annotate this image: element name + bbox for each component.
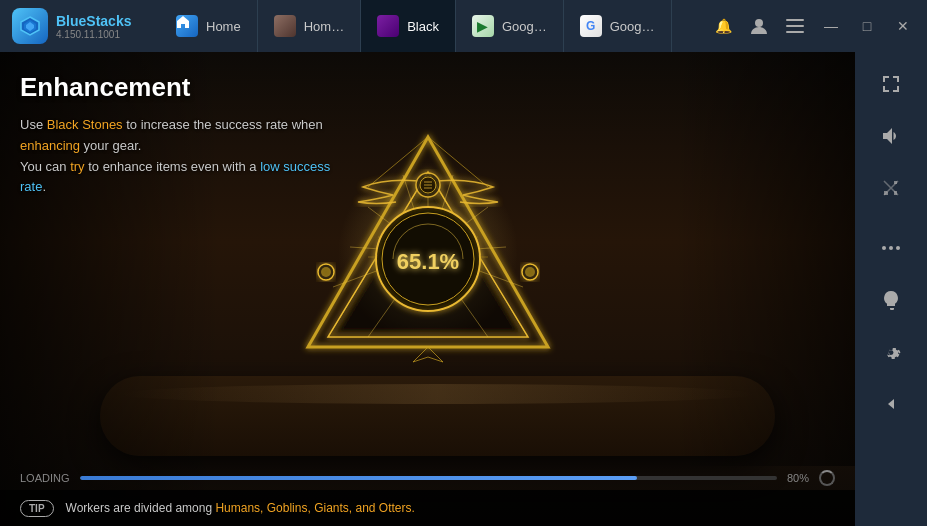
svg-point-39 bbox=[889, 246, 893, 250]
more-button[interactable] bbox=[867, 224, 915, 272]
loading-spinner bbox=[819, 470, 835, 486]
home-tab-icon bbox=[176, 15, 198, 37]
window-controls: 🔔 — □ ✕ bbox=[699, 10, 927, 42]
desc2-start: You can bbox=[20, 159, 70, 174]
right-vignette bbox=[675, 52, 855, 466]
app-logo-icon bbox=[12, 8, 48, 44]
minimize-button[interactable]: — bbox=[815, 10, 847, 42]
game-area: Enhancement Use Black Stones to increase… bbox=[0, 52, 855, 526]
enhancement-overlay: Enhancement Use Black Stones to increase… bbox=[20, 72, 340, 198]
svg-point-31 bbox=[321, 267, 331, 277]
settings-button[interactable] bbox=[867, 328, 915, 376]
svg-point-40 bbox=[896, 246, 900, 250]
enhancement-description: Use Black Stones to increase the success… bbox=[20, 115, 340, 198]
tab-play-label: Goog… bbox=[502, 19, 547, 34]
desc2-mid: to enhance items even with a bbox=[85, 159, 261, 174]
desc2-end: . bbox=[42, 179, 46, 194]
expand-button[interactable] bbox=[867, 164, 915, 212]
fullscreen-button[interactable] bbox=[867, 60, 915, 108]
tab-black-label: Black bbox=[407, 19, 439, 34]
account-button[interactable] bbox=[743, 10, 775, 42]
tab-goog[interactable]: G Goog… bbox=[564, 0, 672, 52]
tip-badge: TIP bbox=[20, 500, 54, 517]
tab-black[interactable]: Black bbox=[361, 0, 456, 52]
tab-game1-label: Hom… bbox=[304, 19, 344, 34]
desc-try: try bbox=[70, 159, 84, 174]
svg-rect-4 bbox=[786, 19, 804, 21]
tab-game1[interactable]: Hom… bbox=[258, 0, 361, 52]
loading-label: LOADING bbox=[20, 472, 70, 484]
goog-tab-icon: G bbox=[580, 15, 602, 37]
svg-rect-5 bbox=[786, 25, 804, 27]
desc-plain-1: Use bbox=[20, 117, 47, 132]
svg-point-3 bbox=[755, 19, 763, 27]
titlebar: BlueStacks 4.150.11.1001 Home Hom… Black… bbox=[0, 0, 927, 52]
hamburger-button[interactable] bbox=[779, 10, 811, 42]
back-button[interactable] bbox=[867, 380, 915, 428]
tabs-container: Home Hom… Black ▶ Goog… G Goog… bbox=[160, 0, 699, 52]
tip-text-highlight: Humans, Goblins, Giants, and Otters. bbox=[215, 501, 414, 515]
close-button[interactable]: ✕ bbox=[887, 10, 919, 42]
svg-point-33 bbox=[525, 267, 535, 277]
loading-track bbox=[80, 476, 777, 480]
app-name: BlueStacks bbox=[56, 13, 131, 29]
svg-rect-6 bbox=[786, 31, 804, 33]
svg-text:65.1%: 65.1% bbox=[396, 249, 458, 274]
desc-mid2: your gear. bbox=[80, 138, 141, 153]
app-logo: BlueStacks 4.150.11.1001 bbox=[0, 8, 160, 44]
svg-point-38 bbox=[882, 246, 886, 250]
tip-text-plain: Workers are divided among bbox=[66, 501, 216, 515]
desc-black-stones: Black Stones bbox=[47, 117, 123, 132]
volume-button[interactable] bbox=[867, 112, 915, 160]
tab-play[interactable]: ▶ Goog… bbox=[456, 0, 564, 52]
bulb-button[interactable] bbox=[867, 276, 915, 324]
desc-mid1: to increase the success rate when bbox=[123, 117, 323, 132]
black-tab-icon bbox=[377, 15, 399, 37]
bell-button[interactable]: 🔔 bbox=[707, 10, 739, 42]
loading-bar-section: LOADING 80% bbox=[20, 470, 835, 486]
right-sidebar bbox=[855, 52, 927, 526]
maximize-button[interactable]: □ bbox=[851, 10, 883, 42]
tab-goog-label: Goog… bbox=[610, 19, 655, 34]
tip-text: Workers are divided among Humans, Goblin… bbox=[66, 501, 415, 515]
tab-home-label: Home bbox=[206, 19, 241, 34]
desc-enhancing: enhancing bbox=[20, 138, 80, 153]
play-tab-icon: ▶ bbox=[472, 15, 494, 37]
game1-tab-icon bbox=[274, 15, 296, 37]
svg-marker-37 bbox=[413, 347, 443, 362]
loading-percent: 80% bbox=[787, 472, 809, 484]
app-version: 4.150.11.1001 bbox=[56, 29, 131, 40]
enhancement-title: Enhancement bbox=[20, 72, 340, 103]
loading-fill bbox=[80, 476, 638, 480]
tab-home[interactable]: Home bbox=[160, 0, 258, 52]
tip-bar: TIP Workers are divided among Humans, Go… bbox=[0, 490, 855, 526]
